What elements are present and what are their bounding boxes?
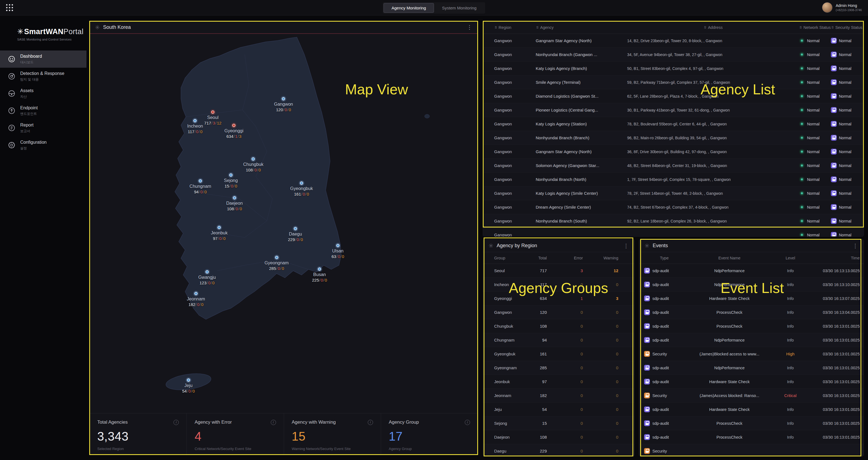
- region-table-row[interactable]: Seoul717312: [483, 264, 634, 278]
- lock-icon: [831, 149, 837, 154]
- cell-error: 0: [555, 338, 591, 342]
- event-table-row[interactable]: sdp-auditNdpPerformanceInfo03/30 16:13:0…: [639, 361, 864, 375]
- agency-table-row[interactable]: GangwonNonhyundai Branch (South)92, B2, …: [483, 214, 864, 228]
- agency-table-row[interactable]: GangwonNonhyundai Branch (North)1, 7F, S…: [483, 173, 864, 186]
- event-table-row[interactable]: Security: [639, 444, 864, 456]
- col-security-status[interactable]: Security Status: [831, 25, 864, 30]
- cell-event-type: sdp-audit: [644, 337, 685, 343]
- map-marker-jeonbuk[interactable]: Jeonbuk97/0/0: [211, 226, 228, 241]
- map-marker-gwangju[interactable]: Gwangju123/0/0: [198, 270, 216, 285]
- event-table-row[interactable]: sdp-auditHardware State CheckInfo03/30 1…: [639, 375, 864, 389]
- agency-table-row[interactable]: GangwonGangnam Star Agency (North)36, 8F…: [483, 145, 864, 159]
- sidebar-item-detection-response[interactable]: Detection & Response탐지 및 대응: [0, 68, 87, 85]
- app-grid-icon[interactable]: [6, 4, 13, 11]
- sidebar-item-dashboard[interactable]: Dashboard대시보드: [0, 51, 87, 68]
- kebab-menu-icon[interactable]: [852, 242, 858, 249]
- map-marker-incheon[interactable]: Incheon117/0/0: [187, 119, 203, 134]
- col-event-name[interactable]: Event Name: [685, 256, 774, 260]
- sidebar-item-report[interactable]: Report보고서: [0, 119, 87, 137]
- col-region[interactable]: Region: [494, 25, 536, 30]
- agency-table-row[interactable]: GangwonNormalNormal: [483, 228, 864, 237]
- event-type-lock-icon: [644, 434, 650, 440]
- col-warning[interactable]: Warning: [591, 256, 627, 260]
- region-table-row[interactable]: Jeju5400: [483, 403, 634, 416]
- col-agency[interactable]: Agency: [536, 25, 627, 30]
- region-table-row[interactable]: Sejong1500: [483, 416, 634, 430]
- region-table-row[interactable]: Gyeongbuk16100: [483, 347, 634, 361]
- agency-table-row[interactable]: GangwonKaty Logis Agency (Branch)50, B1,…: [483, 62, 864, 76]
- region-table-row[interactable]: Daejeon10800: [483, 430, 634, 444]
- map-marker-gyeonggi[interactable]: Gyeonggi634/1/3: [224, 124, 244, 139]
- lock-icon: [831, 38, 837, 44]
- region-table-row[interactable]: Incheon11700: [483, 278, 634, 292]
- map-marker-daejeon[interactable]: Daejeon108/0/0: [226, 196, 243, 211]
- agency-table-row[interactable]: GangwonDiamond Logistics (Gangwon St...6…: [483, 89, 864, 103]
- region-table-row[interactable]: Chungnam9400: [483, 333, 634, 347]
- col-error[interactable]: Error: [555, 256, 591, 260]
- agency-table-row[interactable]: GangwonKaty Logis Agency (Station)78, B2…: [483, 117, 864, 131]
- col-group[interactable]: Group: [494, 256, 525, 260]
- region-table-row[interactable]: Daegu22900: [483, 444, 634, 456]
- region-table-row[interactable]: Gyeonggi63413: [483, 292, 634, 306]
- sidebar-item-configuration[interactable]: Configuration설정: [0, 137, 87, 154]
- agency-table-row[interactable]: GangwonSmile Agency (Terminal)59, B2, Pa…: [483, 76, 864, 89]
- agency-table-row[interactable]: GangwonKaty Logis Agency (Smile Center)7…: [483, 186, 864, 200]
- event-table-row[interactable]: sdp-auditProcessCheckInfo03/30 16:13:01.…: [639, 319, 864, 333]
- map-marker-chungnam[interactable]: Chungnam94/0/0: [190, 179, 211, 194]
- map-marker-ulsan[interactable]: Ulsan63/0/0: [332, 244, 344, 259]
- cell-network-status: Normal: [799, 163, 831, 168]
- map-marker-gangwon[interactable]: Gangwon120/0/0: [274, 97, 293, 112]
- info-icon[interactable]: [174, 420, 179, 425]
- sort-icon: [494, 26, 497, 29]
- info-icon[interactable]: [465, 420, 470, 425]
- cell-group: Jeju: [494, 407, 525, 412]
- map-marker-gyeongnam[interactable]: Gyeongnam285/0/0: [265, 256, 288, 271]
- map-marker-sejong[interactable]: Sejong15/0/0: [224, 173, 238, 189]
- col-network-status[interactable]: Network Status: [799, 25, 831, 30]
- marker-dot-icon: [199, 179, 202, 182]
- agency-table-row[interactable]: GangwonNonhyundai Branch (Branch)96, B2,…: [483, 131, 864, 145]
- agency-table-row[interactable]: GangwonDream Agency (Smile Center)74, B2…: [483, 200, 864, 214]
- agency-table-row[interactable]: GangwonGangnam Star Agency (North)14, B2…: [483, 34, 864, 48]
- event-table-row[interactable]: sdp-auditNdpPerformanceInfo03/30 16:13:1…: [639, 278, 864, 292]
- sidebar-item-assets[interactable]: Assets자산: [0, 85, 87, 102]
- map-marker-gyeongbuk[interactable]: Gyeongbuk161/0/0: [290, 181, 313, 196]
- event-table-row[interactable]: sdp-auditProcessCheckInfo03/30 16:13:04.…: [639, 306, 864, 319]
- tab-system-monitoring[interactable]: System Monitoring: [434, 3, 485, 13]
- region-table-row[interactable]: Chungbuk10800: [483, 319, 634, 333]
- info-icon[interactable]: [271, 420, 276, 425]
- map-marker-daegu[interactable]: Daegu229/0/0: [288, 227, 303, 242]
- col-total[interactable]: Total: [525, 256, 555, 260]
- event-table-row[interactable]: sdp-auditProcessCheckInfo03/30 16:13:01.…: [639, 416, 864, 430]
- network-signal-icon: [799, 232, 805, 237]
- map-marker-jeju[interactable]: Jeju54/0/0: [182, 378, 195, 394]
- map-marker-chungbuk[interactable]: Chungbuk108/0/0: [243, 157, 264, 172]
- region-table-row[interactable]: Gangwon12000: [483, 306, 634, 319]
- event-table-row[interactable]: sdp-auditProcessCheckInfo03/30 16:13:01.…: [639, 430, 864, 444]
- col-level[interactable]: Level: [774, 256, 807, 260]
- map-marker-busan[interactable]: Busan225/0/0: [312, 267, 327, 282]
- event-table-row[interactable]: Security(James)Blocked access to www...H…: [639, 347, 864, 361]
- kebab-menu-icon[interactable]: [623, 242, 629, 249]
- region-table-row[interactable]: Jeonbuk9700: [483, 375, 634, 389]
- agency-table-row[interactable]: GangwonNonhyundai Branch (Gangwon ...34,…: [483, 48, 864, 62]
- info-icon[interactable]: [368, 420, 373, 425]
- col-time[interactable]: Time: [807, 256, 860, 260]
- event-table-row[interactable]: sdp-auditHardware State CheckInfo03/30 1…: [639, 403, 864, 416]
- agency-table-row[interactable]: GangwonSolomon Agency (Gangwon Star...48…: [483, 159, 864, 173]
- tab-agency-monitoring[interactable]: Agency Monitoring: [383, 3, 434, 13]
- col-address[interactable]: Address: [627, 25, 799, 30]
- map-marker-jeonnam[interactable]: Jeonnam182/0/0: [187, 292, 205, 307]
- region-table-row[interactable]: Gyeongnam28500: [483, 361, 634, 375]
- event-table-row[interactable]: sdp-auditNdpPerformanceInfo03/30 16:13:1…: [639, 264, 864, 278]
- map-marker-seoul[interactable]: Seoul717/3/12: [204, 110, 221, 125]
- agency-table-row[interactable]: GangwonPioneer Logistics (Central Gang..…: [483, 103, 864, 117]
- col-type[interactable]: Type: [644, 256, 685, 260]
- event-table-row[interactable]: sdp-auditHardware State CheckInfo03/30 1…: [639, 292, 864, 306]
- sidebar-item-endpoint[interactable]: Endpoint엔드포인트: [0, 102, 87, 119]
- korea-map[interactable]: Gangwon120/0/0Seoul717/3/12Incheon117/0/…: [90, 21, 478, 413]
- event-table-row[interactable]: Security(James)Access blocked: Ranso...C…: [639, 389, 864, 403]
- user-menu[interactable]: Admin Hong (+82)10-1908-3746: [822, 2, 862, 13]
- region-table-row[interactable]: Jeonnam18200: [483, 389, 634, 403]
- event-table-row[interactable]: sdp-auditNdpPerformanceInfo03/30 16:13:0…: [639, 333, 864, 347]
